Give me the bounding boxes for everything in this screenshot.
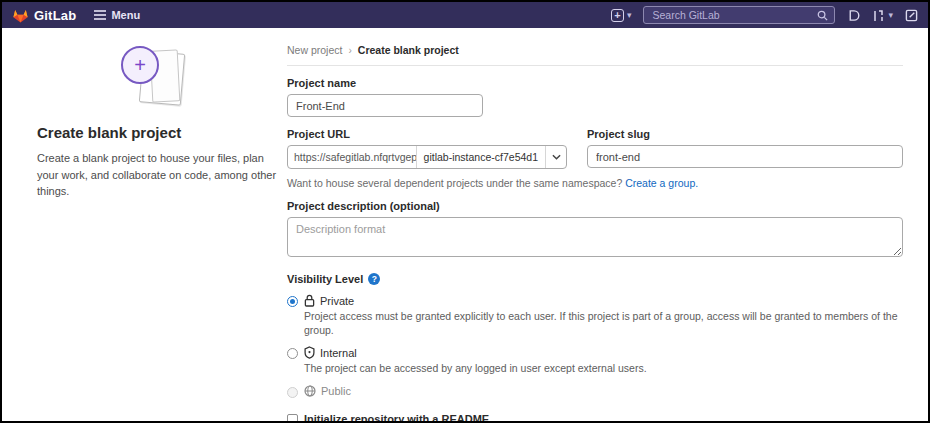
project-description-textarea[interactable] xyxy=(287,217,903,257)
globe-icon xyxy=(304,385,316,397)
intro-description: Create a blank project to house your fil… xyxy=(37,150,279,200)
create-group-link[interactable]: Create a group. xyxy=(625,177,698,189)
project-url-cell: Project URL https://safegitlab.nfqrtvgep… xyxy=(287,117,567,169)
public-label: Public xyxy=(321,385,351,397)
merge-request-icon xyxy=(872,9,886,22)
readme-option: Initialize repository with a README Allo… xyxy=(287,413,903,423)
public-option-text: Public xyxy=(304,385,351,398)
edit-square-icon xyxy=(905,9,918,22)
private-description: Project access must be granted explicitl… xyxy=(304,309,903,337)
namespace-hint: Want to house several dependent projects… xyxy=(287,177,903,189)
main-content: + Create blank project Create a blank pr… xyxy=(2,28,928,423)
breadcrumb-divider xyxy=(287,65,903,66)
visibility-label: Visibility Level xyxy=(287,273,363,285)
namespace-select[interactable]: gitlab-instance-cf7e54d1 xyxy=(416,146,545,168)
internal-label: Internal xyxy=(320,347,357,359)
menu-label: Menu xyxy=(111,9,140,21)
blank-project-illustration: + xyxy=(121,46,191,110)
project-slug-label: Project slug xyxy=(587,128,903,140)
navbar-right: + ▾ ▾ xyxy=(611,6,918,24)
namespace-hint-text: Want to house several dependent projects… xyxy=(287,177,622,189)
namespace-select-chevron[interactable] xyxy=(545,146,566,168)
search-input[interactable] xyxy=(650,8,817,22)
chevron-down-icon: ▾ xyxy=(627,11,632,20)
merge-requests-button[interactable]: ▾ xyxy=(872,9,893,22)
form-panel: New project › Create blank project Proje… xyxy=(287,28,928,423)
visibility-option-internal: Internal The project can be accessed by … xyxy=(287,346,903,375)
app-window: GitLab Menu + ▾ xyxy=(0,0,930,423)
private-option-text: Private Project access must be granted e… xyxy=(304,294,903,337)
project-name-input[interactable] xyxy=(287,94,483,117)
hamburger-icon xyxy=(94,10,106,20)
issues-button[interactable] xyxy=(847,9,860,22)
lock-icon xyxy=(304,294,315,307)
project-slug-input[interactable] xyxy=(587,145,903,168)
project-url-group: https://safegitlab.nfqrtvgep5qezoy gitla… xyxy=(287,145,567,169)
public-radio[interactable] xyxy=(287,387,298,398)
visibility-header: Visibility Level ? xyxy=(287,273,903,285)
menu-button[interactable]: Menu xyxy=(94,9,140,21)
project-slug-cell: Project slug xyxy=(587,117,903,169)
breadcrumb: New project › Create blank project xyxy=(287,44,903,56)
intro-panel: + Create blank project Create a blank pr… xyxy=(2,28,287,423)
issues-icon xyxy=(847,9,860,22)
todos-button[interactable] xyxy=(905,9,918,22)
project-description-label: Project description (optional) xyxy=(287,200,903,212)
breadcrumb-new-project[interactable]: New project xyxy=(287,44,342,56)
search-icon xyxy=(817,10,828,21)
project-name-label: Project name xyxy=(287,77,903,89)
project-url-base: https://safegitlab.nfqrtvgep5qezoy xyxy=(288,146,416,168)
private-radio[interactable] xyxy=(287,296,298,307)
chevron-down-icon: ▾ xyxy=(888,11,893,20)
help-icon[interactable]: ? xyxy=(368,273,380,285)
breadcrumb-current: Create blank project xyxy=(358,44,459,56)
internal-radio[interactable] xyxy=(287,348,298,359)
plus-icon: + xyxy=(611,9,624,22)
tanuki-icon xyxy=(12,7,29,23)
intro-title: Create blank project xyxy=(37,124,287,141)
readme-text: Initialize repository with a README Allo… xyxy=(304,413,815,423)
global-search xyxy=(643,6,835,24)
visibility-option-private: Private Project access must be granted e… xyxy=(287,294,903,337)
project-url-label: Project URL xyxy=(287,128,567,140)
internal-description: The project can be accessed by any logge… xyxy=(304,361,647,375)
readme-checkbox[interactable] xyxy=(287,414,298,423)
readme-label: Initialize repository with a README xyxy=(304,413,815,423)
new-dropdown-button[interactable]: + ▾ xyxy=(611,9,632,22)
internal-option-text: Internal The project can be accessed by … xyxy=(304,346,647,375)
top-navbar: GitLab Menu + ▾ xyxy=(2,2,928,28)
breadcrumb-separator-icon: › xyxy=(348,45,351,56)
gitlab-logo-text: GitLab xyxy=(34,8,76,23)
plus-circle-icon: + xyxy=(121,46,159,84)
private-label: Private xyxy=(320,295,354,307)
gitlab-logo[interactable]: GitLab xyxy=(12,7,76,23)
shield-icon xyxy=(304,346,315,359)
url-slug-row: Project URL https://safegitlab.nfqrtvgep… xyxy=(287,117,903,169)
visibility-option-public: Public xyxy=(287,385,903,398)
